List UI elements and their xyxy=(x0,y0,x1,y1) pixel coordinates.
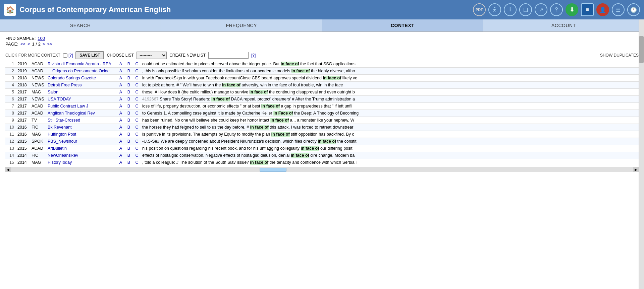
row-btn-c[interactable]: C xyxy=(133,103,141,110)
row-btn-c[interactable]: C xyxy=(133,89,141,96)
accessibility-icon-btn[interactable] xyxy=(488,3,501,16)
row-btn-c[interactable]: C xyxy=(133,110,141,117)
table-row[interactable]: 122015SPOKPBS_NewshourABC-U.S-Se# We are… xyxy=(5,138,639,145)
select-all-checkbox[interactable] xyxy=(63,53,67,58)
row-source[interactable]: Bk:Revenant xyxy=(46,124,117,131)
save-list-button[interactable]: SAVE LIST xyxy=(75,51,104,59)
row-source[interactable]: PBS_Newshour xyxy=(46,138,117,145)
home-button[interactable]: 🏠 xyxy=(4,4,16,16)
row-source[interactable]: Detroit Free Press xyxy=(46,82,117,89)
row-btn-a[interactable]: A xyxy=(117,159,125,166)
info-icon-btn[interactable]: i xyxy=(504,3,517,16)
row-btn-a[interactable]: A xyxy=(117,110,125,117)
table-row[interactable]: 82017ACADAnglican Theological RevABCto G… xyxy=(5,110,639,117)
list-icon-btn[interactable]: ☰ xyxy=(612,3,625,16)
row-btn-c[interactable]: C xyxy=(133,61,141,68)
table-row[interactable]: 52017MAGSalonABCthese: # How does it (th… xyxy=(5,89,639,96)
scroll-right-arrow[interactable]: ▶ xyxy=(633,167,639,172)
page-prev[interactable]: < xyxy=(28,42,30,47)
row-text[interactable]: could not be estimated due to prices obs… xyxy=(141,61,639,68)
row-text[interactable]: these: # How does it (the cultic milieu)… xyxy=(141,89,639,96)
help-icon-btn[interactable]: ? xyxy=(550,3,563,16)
table-row[interactable]: 12019ACADRivista di Economia Agraria - R… xyxy=(5,61,639,68)
profile-icon-btn[interactable]: 👤 xyxy=(596,3,609,16)
row-btn-b[interactable]: B xyxy=(125,110,133,117)
row-source[interactable]: Public Contract Law J xyxy=(46,103,117,110)
row-text[interactable]: in with FacebookSign in with your Facebo… xyxy=(141,75,639,82)
checkbox-help[interactable]: [?] xyxy=(68,53,73,58)
row-btn-b[interactable]: B xyxy=(125,124,133,131)
download-icon-btn[interactable]: ⬇ xyxy=(566,3,578,16)
scroll-track[interactable] xyxy=(11,167,633,172)
row-btn-a[interactable]: A xyxy=(117,75,125,82)
row-text[interactable]: loss of life, property destruction, or e… xyxy=(141,103,639,110)
page-next[interactable]: > xyxy=(43,42,45,47)
copy-icon-btn[interactable]: ❑ xyxy=(519,3,532,16)
row-text[interactable]: -U.S-Se# We are deeply concerned about P… xyxy=(141,138,639,145)
show-duplicates-button[interactable]: SHOW DUPLICATES xyxy=(600,53,639,58)
row-text[interactable]: has been ruined. No one will believe she… xyxy=(141,117,639,124)
row-btn-b[interactable]: B xyxy=(125,82,133,89)
row-btn-c[interactable]: C xyxy=(133,68,141,75)
page-last[interactable]: >> xyxy=(47,42,52,47)
row-btn-c[interactable]: C xyxy=(133,117,141,124)
row-btn-b[interactable]: B xyxy=(125,152,133,159)
scroll-thumb[interactable] xyxy=(260,168,286,172)
row-btn-a[interactable]: A xyxy=(117,96,125,103)
tab-frequency[interactable]: FREQUENCY xyxy=(161,19,322,31)
row-btn-b[interactable]: B xyxy=(125,75,133,82)
row-btn-a[interactable]: A xyxy=(117,103,125,110)
scroll-thumb-vertical[interactable] xyxy=(639,36,644,63)
row-source[interactable]: ArtBulletin xyxy=(46,145,117,152)
row-text[interactable]: , this is only possible if scholars cons… xyxy=(141,68,639,75)
tab-context[interactable]: CONTEXT xyxy=(322,19,483,31)
row-btn-b[interactable]: B xyxy=(125,159,133,166)
row-btn-b[interactable]: B xyxy=(125,117,133,124)
row-btn-a[interactable]: A xyxy=(117,131,125,138)
row-btn-c[interactable]: C xyxy=(133,159,141,166)
row-source[interactable]: Huffington Post xyxy=(46,131,117,138)
row-source[interactable]: Colorado Springs Gazette xyxy=(46,75,117,82)
row-btn-a[interactable]: A xyxy=(117,124,125,131)
row-btn-c[interactable]: C xyxy=(133,131,141,138)
horizontal-scrollbar[interactable]: ◀ ▶ xyxy=(5,167,639,172)
row-btn-c[interactable]: C xyxy=(133,75,141,82)
row-btn-b[interactable]: B xyxy=(125,96,133,103)
pages-icon-btn[interactable]: ≡ xyxy=(581,3,594,16)
table-row[interactable]: 22019ACAD... Origens do Pensamento Ocide… xyxy=(5,68,639,75)
table-row[interactable]: 32018NEWSColorado Springs GazetteABCin w… xyxy=(5,75,639,82)
pdf-icon-btn[interactable]: PDF xyxy=(473,3,486,16)
history-icon-btn[interactable]: 🕐 xyxy=(627,3,640,16)
create-list-help[interactable]: [?] xyxy=(251,53,256,58)
row-source[interactable]: ... Origens do Pensamento Ocidental xyxy=(46,68,117,75)
row-text[interactable]: effects of nostalgia: conservation. Nega… xyxy=(141,152,639,159)
row-btn-b[interactable]: B xyxy=(125,68,133,75)
row-btn-a[interactable]: A xyxy=(117,82,125,89)
row-btn-a[interactable]: A xyxy=(117,61,125,68)
find-sample-value[interactable]: 100 xyxy=(38,36,45,41)
row-source[interactable]: HistoryToday xyxy=(46,159,117,166)
row-btn-a[interactable]: A xyxy=(117,138,125,145)
tab-account[interactable]: ACCOUNT xyxy=(483,19,644,31)
row-btn-b[interactable]: B xyxy=(125,145,133,152)
row-btn-c[interactable]: C xyxy=(133,82,141,89)
row-btn-a[interactable]: A xyxy=(117,68,125,75)
table-row[interactable]: 132015ACADArtBulletinABChis position on … xyxy=(5,145,639,152)
share-icon-btn[interactable]: ↗ xyxy=(535,3,547,16)
row-text[interactable]: 4192667 Share This Story! Readers: In fa… xyxy=(141,96,639,103)
table-row[interactable]: 152014MAGHistoryTodayABC, told a colleag… xyxy=(5,159,639,166)
table-row[interactable]: 72017ACADPublic Contract Law JABCloss of… xyxy=(5,103,639,110)
table-row[interactable]: 62017NEWSUSA TODAYABC4192667 Share This … xyxy=(5,96,639,103)
table-row[interactable]: 112016MAGHuffington PostABCis punitive i… xyxy=(5,131,639,138)
row-source[interactable]: Anglican Theological Rev xyxy=(46,110,117,117)
choose-list-select[interactable]: --------- xyxy=(137,52,167,59)
row-btn-a[interactable]: A xyxy=(117,117,125,124)
table-row[interactable]: 142014FICNewOrleansRevABCeffects of nost… xyxy=(5,152,639,159)
row-btn-c[interactable]: C xyxy=(133,152,141,159)
row-text[interactable]: lot to pick at here. # " We'll have to w… xyxy=(141,82,639,89)
table-row[interactable]: 102016FICBk:RevenantABCthe horses they h… xyxy=(5,124,639,131)
row-text[interactable]: the horses they had feigned to sell to u… xyxy=(141,124,639,131)
tab-search[interactable]: SEARCH xyxy=(0,19,161,31)
row-btn-a[interactable]: A xyxy=(117,89,125,96)
create-new-list-input[interactable] xyxy=(208,52,249,59)
